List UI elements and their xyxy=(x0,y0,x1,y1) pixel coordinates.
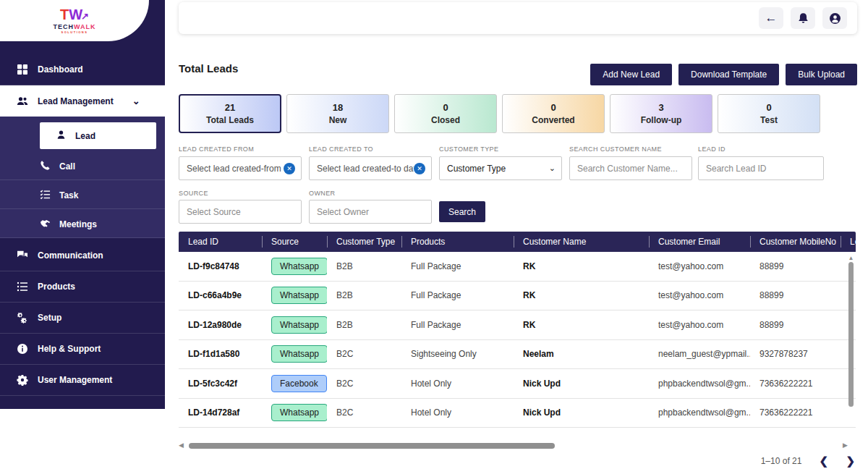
cell-products: Sightseeing Only xyxy=(401,340,514,369)
cell-customer-type: B2C xyxy=(327,399,401,428)
bulk-upload-button[interactable]: Bulk Upload xyxy=(786,64,857,85)
sidebar: DashboardLead Management⌄LeadCallTaskMee… xyxy=(0,0,165,409)
stat-value: 0 xyxy=(550,102,556,113)
bell-icon xyxy=(797,12,809,25)
search-button[interactable]: Search xyxy=(439,201,485,222)
sidebar-subitem-call[interactable]: Call xyxy=(0,153,165,180)
table-row[interactable]: LD-5fc3c42fFacebookB2CHotel OnlyNick Upd… xyxy=(179,369,856,399)
source-badge: Whatsapp xyxy=(271,404,327,421)
sidebar-submenu: LeadCallTaskMeetings xyxy=(0,117,165,238)
sidebar-subitem-label: Call xyxy=(59,161,75,172)
stat-card-converted[interactable]: 0Converted xyxy=(502,94,605,133)
stat-value: 3 xyxy=(658,102,663,113)
source-select-input[interactable] xyxy=(187,207,295,217)
sidebar-subitem-label: Task xyxy=(59,190,78,200)
back-button[interactable]: ← xyxy=(759,7,783,29)
cell-customer-mobile: 73636222221 xyxy=(750,369,841,398)
customer-name-search-input[interactable] xyxy=(577,164,686,174)
stat-label: Converted xyxy=(532,115,574,125)
filter-label-lead-created-to: LEAD CREATED TO xyxy=(309,145,373,153)
filter-label-source: SOURCE xyxy=(179,190,208,197)
table-row[interactable]: LD-12a980deWhatsappB2BFull PackageRKtest… xyxy=(179,310,856,340)
pagination: 1–10 of 21 ❮ ❯ xyxy=(761,455,855,468)
column-header-customer-email: Customer Email xyxy=(649,232,750,252)
table-row[interactable]: LD-f1d1a580WhatsappB2CSightseeing OnlyNe… xyxy=(179,340,856,370)
next-page-button[interactable]: ❯ xyxy=(846,455,855,466)
column-header-customer-name: Customer Name xyxy=(514,232,649,252)
table-row[interactable]: LD-14d728afWhatsappB2CHotel OnlyNick Upd… xyxy=(179,399,856,428)
scroll-right-icon[interactable]: ▶ xyxy=(843,441,848,449)
cell-lead-id: LD-c66a4b9e xyxy=(179,282,262,310)
sidebar-item-products[interactable]: Products xyxy=(0,271,165,303)
cell-customer-mobile: 88899 xyxy=(750,310,841,339)
stat-card-closed[interactable]: 0Closed xyxy=(394,94,497,133)
sidebar-item-help-support[interactable]: Help & Support xyxy=(0,334,165,365)
filter-label-lead-id: LEAD ID xyxy=(698,145,726,153)
notifications-button[interactable] xyxy=(791,7,815,29)
prev-page-button[interactable]: ❮ xyxy=(819,455,828,466)
stat-value: 0 xyxy=(766,102,771,113)
cell-customer-email: test@yahoo.com xyxy=(649,310,750,339)
stat-card-new[interactable]: 18New xyxy=(286,94,389,133)
handshake-icon xyxy=(40,218,51,231)
download-template-button[interactable]: Download Template xyxy=(678,64,779,85)
pagination-range: 1–10 of 21 xyxy=(761,456,802,466)
action-buttons: Add New LeadDownload TemplateBulk Upload xyxy=(590,64,857,85)
stat-card-total-leads[interactable]: 21Total Leads xyxy=(179,94,281,133)
sidebar-item-label: Help & Support xyxy=(38,344,101,354)
clear-icon[interactable]: ✕ xyxy=(414,163,425,174)
chevron-down-icon: ⌄ xyxy=(549,164,556,173)
filter-label-owner: OWNER xyxy=(309,190,336,197)
stat-card-test[interactable]: 0Test xyxy=(718,94,820,133)
cell-source: Whatsapp xyxy=(262,282,327,310)
cell-customer-type: B2B xyxy=(327,310,401,339)
filter-label-lead-created-from: LEAD CREATED FROM xyxy=(179,145,254,153)
add-new-lead-button[interactable]: Add New Lead xyxy=(590,64,672,85)
lead-created-to-input[interactable]: Select lead created-to date ✕ xyxy=(309,156,432,180)
sidebar-subitem-task[interactable]: Task xyxy=(0,182,165,209)
horizontal-scroll-thumb[interactable] xyxy=(189,443,555,449)
lead-created-from-input[interactable]: Select lead created-from date ✕ xyxy=(179,156,302,180)
sidebar-item-communication[interactable]: Communication xyxy=(0,240,165,271)
cell-products: Hotel Only xyxy=(401,399,514,428)
sidebar-subitem-meetings[interactable]: Meetings xyxy=(0,211,165,238)
cell-customer-mobile: 73636222221 xyxy=(750,399,841,428)
vertical-scroll-thumb[interactable] xyxy=(848,262,854,407)
sidebar-item-setup[interactable]: Setup xyxy=(0,303,165,334)
source-badge: Whatsapp xyxy=(271,345,327,363)
column-header-products: Products xyxy=(401,232,514,252)
sidebar-subitem-label: Lead xyxy=(75,131,95,141)
clear-icon[interactable]: ✕ xyxy=(284,163,295,174)
stat-label: Total Leads xyxy=(206,115,254,125)
filter-label-search-customer-name: SEARCH CUSTOMER NAME xyxy=(569,145,662,153)
cell-products: Full Package xyxy=(401,282,514,310)
cell-products: Full Package xyxy=(401,310,514,339)
phone-icon xyxy=(40,160,51,173)
stat-label: New xyxy=(329,115,347,125)
sidebar-subitem-lead[interactable]: Lead xyxy=(40,122,156,149)
table-header: Lead IDSourceCustomer TypeProductsCustom… xyxy=(179,232,856,252)
scroll-left-icon[interactable]: ◀ xyxy=(179,441,184,449)
sidebar-item-dashboard[interactable]: Dashboard xyxy=(0,54,165,85)
sidebar-item-lead-management[interactable]: Lead Management⌄ xyxy=(0,85,165,117)
table-row[interactable]: LD-f9c84748WhatsappB2BFull PackageRKtest… xyxy=(179,252,856,282)
profile-button[interactable] xyxy=(822,7,847,29)
sidebar-item-label: Dashboard xyxy=(38,64,83,75)
chat-icon xyxy=(16,250,29,261)
topbar: ← xyxy=(179,2,857,34)
stat-card-follow-up[interactable]: 3Follow-up xyxy=(610,94,712,133)
stat-label: Follow-up xyxy=(641,115,682,125)
sidebar-item-user-management[interactable]: User Management xyxy=(0,365,165,396)
customer-type-select[interactable]: Customer Type ⌄ xyxy=(439,156,562,180)
owner-select-field xyxy=(309,200,432,224)
table-row[interactable]: LD-c66a4b9eWhatsappB2BFull PackageRKtest… xyxy=(179,282,856,311)
cell-customer-email: test@yahoo.com xyxy=(649,282,750,310)
page-title: Total Leads xyxy=(179,62,238,75)
arrow-icon: ↗ xyxy=(81,11,89,22)
scroll-up-icon[interactable]: ▲ xyxy=(848,255,854,261)
cell-customer-name: Nick Upd xyxy=(514,369,649,398)
owner-select-input[interactable] xyxy=(317,207,425,217)
source-badge: Whatsapp xyxy=(271,316,327,334)
column-header-le: Le xyxy=(841,232,856,252)
lead-id-search-input[interactable] xyxy=(706,164,817,174)
